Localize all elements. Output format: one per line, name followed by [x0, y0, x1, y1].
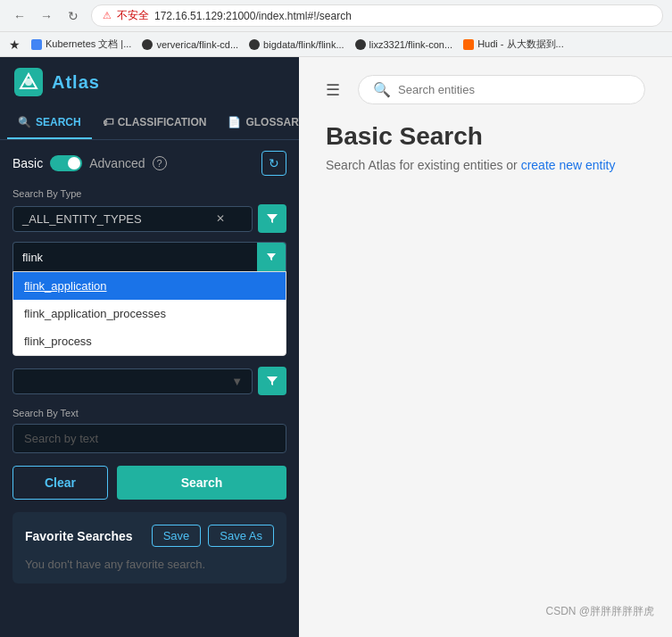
save-button[interactable]: Save: [152, 525, 202, 547]
security-label: 不安全: [117, 8, 149, 23]
classification-arrow-icon: ▼: [231, 375, 243, 388]
dropdown-item-flink-application[interactable]: flink_application: [13, 272, 286, 300]
favorite-section: Favorite Searches Save Save As You don't…: [12, 512, 286, 583]
bookmark-kubernetes[interactable]: Kubernetes 文档 |...: [31, 37, 131, 51]
tab-classification[interactable]: 🏷 CLASSIFICATION: [92, 107, 218, 139]
nav-tabs: 🔍 SEARCH 🏷 CLASSIFICATION 📄 GLOSSARY: [0, 107, 299, 140]
sidebar-header: Atlas: [0, 57, 299, 107]
search-by-type-label: Search By Type: [12, 188, 286, 199]
glossary-tab-icon: 📄: [228, 116, 241, 128]
type-select-clear-icon[interactable]: ✕: [216, 212, 225, 225]
clear-button[interactable]: Clear: [12, 466, 108, 500]
back-button[interactable]: ←: [9, 5, 30, 27]
url-text: 172.16.51.129:21000/index.html#!/search: [154, 10, 352, 22]
dropdown-item-flink-process[interactable]: flink_process: [13, 327, 286, 355]
type-selector-row: _ALL_ENTITY_TYPES ✕: [12, 204, 286, 233]
bookmark-ververica[interactable]: ververica/flink-cd...: [142, 39, 238, 50]
search-panel: Basic Advanced ? ↻ Search By Type _ALL_E…: [0, 140, 299, 637]
page-title: Basic Search: [326, 122, 645, 151]
global-search-input[interactable]: [398, 83, 630, 96]
atlas-logo: [14, 68, 43, 96]
tab-search[interactable]: 🔍 SEARCH: [7, 107, 92, 139]
global-search[interactable]: 🔍: [358, 75, 645, 104]
global-search-icon: 🔍: [373, 81, 391, 98]
description-text: Search Atlas for existing entities or: [326, 158, 521, 172]
mode-toggle[interactable]: [50, 155, 82, 171]
classification-row: ▼: [12, 367, 286, 395]
address-bar[interactable]: ⚠ 不安全 172.16.51.129:21000/index.html#!/s…: [91, 4, 663, 27]
advanced-label: Advanced: [89, 156, 145, 170]
toggle-thumb: [68, 157, 80, 170]
dropdown-container: flink_application flink_application_proc…: [12, 242, 286, 356]
tab-glossary[interactable]: 📄 GLOSSARY: [217, 107, 299, 139]
lock-icon: ⚠: [103, 10, 112, 21]
favorite-title: Favorite Searches: [25, 529, 133, 543]
create-entity-link[interactable]: create new entity: [521, 158, 616, 172]
refresh-button[interactable]: ↻: [261, 151, 286, 176]
item-label: flink_process: [24, 335, 92, 348]
search-text-input[interactable]: [12, 424, 286, 453]
mode-row: Basic Advanced ? ↻: [12, 151, 286, 176]
dropdown-filter-button[interactable]: [257, 243, 286, 271]
type-select-wrapper[interactable]: _ALL_ENTITY_TYPES ✕: [12, 206, 253, 232]
classification-filter-button[interactable]: [258, 367, 286, 395]
type-filter-button[interactable]: [258, 204, 286, 233]
dropdown-search-row: [12, 242, 286, 271]
type-select-value[interactable]: _ALL_ENTITY_TYPES ✕: [13, 207, 252, 231]
app-title: Atlas: [52, 72, 100, 93]
hamburger-icon[interactable]: ☰: [326, 80, 340, 100]
classification-tab-icon: 🏷: [103, 116, 113, 128]
basic-label: Basic: [12, 156, 43, 170]
bookmark-bigdata[interactable]: bigdata/flink/flink...: [249, 39, 344, 50]
search-by-text-label: Search By Text: [12, 408, 286, 418]
bookmark-icon: ★: [9, 37, 21, 52]
page-description: Search Atlas for existing entities or cr…: [326, 158, 645, 172]
forward-button[interactable]: →: [36, 5, 57, 27]
main-layout: Atlas 🔍 SEARCH 🏷 CLASSIFICATION 📄 GLOSSA…: [0, 57, 672, 637]
content-top-bar: ☰ 🔍: [326, 75, 645, 104]
mode-left: Basic Advanced ?: [12, 155, 167, 171]
help-icon[interactable]: ?: [153, 156, 167, 170]
dropdown-search-input[interactable]: [13, 244, 257, 270]
watermark: CSDN @胖胖胖胖胖虎: [545, 604, 654, 619]
item-label: flink_application: [24, 279, 107, 293]
refresh-button[interactable]: ↻: [62, 5, 84, 27]
bookmark-hudi[interactable]: Hudi - 从大数据到...: [463, 37, 564, 51]
favorite-header: Favorite Searches Save Save As: [25, 525, 274, 547]
nav-icons: ← → ↻: [9, 5, 84, 27]
dropdown-list: flink_application flink_application_proc…: [12, 271, 286, 356]
dropdown-item-flink-application-processes[interactable]: flink_application_processes: [13, 300, 286, 327]
save-as-button[interactable]: Save As: [208, 525, 274, 547]
sidebar: Atlas 🔍 SEARCH 🏷 CLASSIFICATION 📄 GLOSSA…: [0, 57, 299, 637]
fav-btn-group: Save Save As: [152, 525, 274, 547]
search-tab-icon: 🔍: [18, 116, 31, 128]
item-label: flink_application_processes: [24, 307, 166, 320]
favorite-empty-text: You don't have any favorite search.: [25, 558, 274, 571]
svg-point-1: [25, 79, 32, 86]
type-value-text: _ALL_ENTITY_TYPES: [22, 212, 142, 226]
classification-select[interactable]: ▼: [12, 368, 253, 394]
search-button[interactable]: Search: [117, 466, 286, 500]
bookmark-lixz[interactable]: lixz3321/flink-con...: [355, 39, 453, 50]
bookmarks-bar: ★ Kubernetes 文档 |... ververica/flink-cd.…: [0, 32, 672, 57]
button-row: Clear Search: [12, 466, 286, 500]
content-area: ☰ 🔍 Basic Search Search Atlas for existi…: [299, 57, 672, 637]
browser-bar: ← → ↻ ⚠ 不安全 172.16.51.129:21000/index.ht…: [0, 0, 672, 32]
